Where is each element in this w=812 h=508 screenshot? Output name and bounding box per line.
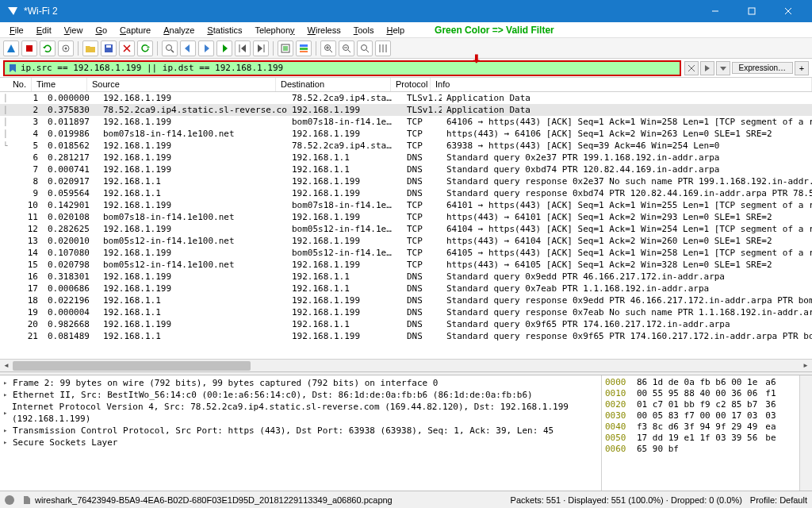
toolbar-close-file[interactable] — [119, 40, 135, 56]
toolbar-last[interactable] — [253, 40, 269, 56]
maximize-button[interactable] — [734, 0, 769, 22]
hex-row[interactable]: 005017 dd 19 e1 1f 03 39 56be — [605, 433, 796, 444]
app-icon — [6, 5, 19, 17]
expression-button[interactable]: Expression… — [732, 62, 793, 74]
packet-row[interactable]: │10.000000192.168.1.19978.52.2ca9.ip4.st… — [0, 92, 812, 104]
header-no[interactable]: No. — [0, 78, 32, 91]
toolbar-resize-columns[interactable] — [375, 40, 391, 56]
detail-row[interactable]: ▸Frame 2: 99 bytes on wire (792 bits), 9… — [3, 377, 598, 389]
svg-rect-8 — [300, 48, 308, 50]
packet-list-hscroll[interactable]: ◄► — [0, 359, 812, 371]
status-profile[interactable]: Profile: Default — [750, 495, 807, 505]
menu-analyze[interactable]: Analyze — [157, 24, 201, 37]
hex-row[interactable]: 002001 c7 01 bb f9 c2 85 b736 — [605, 399, 796, 410]
minimize-button[interactable] — [698, 0, 733, 22]
hex-row[interactable]: 001000 55 95 88 40 00 36 06f1 — [605, 388, 796, 399]
menu-statistics[interactable]: Statistics — [201, 24, 248, 37]
annotation-valid-filter: Green Color => Valid Filter — [435, 25, 554, 36]
header-source[interactable]: Source — [87, 78, 276, 91]
packet-row[interactable]: 70.000741192.168.1.199192.168.1.1DNSStan… — [0, 164, 812, 175]
header-protocol[interactable]: Protocol — [391, 78, 431, 91]
packet-row[interactable]: 160.318301192.168.1.199192.168.1.1DNSSta… — [0, 271, 812, 283]
toolbar-autoscroll[interactable] — [278, 40, 293, 56]
annotation-arrow: ⬇ — [472, 52, 481, 65]
toolbar-restart-capture[interactable] — [40, 40, 56, 56]
toolbar-zoom-out[interactable] — [339, 40, 354, 56]
svg-point-3 — [65, 47, 67, 49]
toolbar-find[interactable] — [162, 40, 178, 56]
menu-help[interactable]: Help — [380, 24, 411, 37]
packet-row[interactable]: 120.282625192.168.1.199bom05s12-in-f14.1… — [0, 223, 812, 235]
detail-row[interactable]: ▸Transmission Control Protocol, Src Port… — [3, 425, 598, 437]
expert-info-icon[interactable] — [5, 495, 14, 505]
display-filter-input[interactable] — [21, 63, 676, 73]
menu-capture[interactable]: Capture — [113, 24, 157, 37]
packet-list[interactable]: │10.000000192.168.1.19978.52.2ca9.ip4.st… — [0, 92, 812, 359]
menu-file[interactable]: File — [3, 24, 30, 37]
menu-go[interactable]: Go — [89, 24, 113, 37]
filter-dropdown-button[interactable] — [716, 61, 730, 75]
filter-add-button[interactable]: + — [795, 61, 809, 75]
filter-apply-button[interactable] — [700, 61, 714, 75]
toolbar-next[interactable] — [198, 40, 214, 56]
detail-row[interactable]: ▸Secure Sockets Layer — [3, 437, 598, 448]
toolbar-start-capture[interactable] — [3, 40, 19, 56]
detail-row[interactable]: ▸Internet Protocol Version 4, Src: 78.52… — [3, 401, 598, 425]
packet-row[interactable]: 90.059564192.168.1.1192.168.1.199DNSStan… — [0, 187, 812, 199]
packet-row[interactable]: 140.107080192.168.1.199bom05s12-in-f14.1… — [0, 247, 812, 259]
toolbar-save[interactable] — [101, 40, 117, 56]
menu-telephony[interactable]: Telephony — [248, 24, 301, 37]
menu-view[interactable]: View — [58, 24, 90, 37]
toolbar-zoom-reset[interactable] — [357, 40, 373, 56]
packet-row[interactable]: 150.020798bom05s12-in-f14.1e100.net192.1… — [0, 259, 812, 271]
hex-row[interactable]: 003000 05 83 f7 00 00 17 0303 — [605, 410, 796, 421]
packet-row[interactable]: 200.982668192.168.1.199192.168.1.1DNSSta… — [0, 318, 812, 330]
packet-row[interactable]: 130.020010bom05s12-in-f14.1e100.net192.1… — [0, 235, 812, 247]
svg-rect-7 — [300, 44, 308, 47]
toolbar-zoom-in[interactable] — [320, 40, 336, 56]
toolbar-prev[interactable] — [180, 40, 196, 56]
svg-rect-4 — [106, 45, 111, 48]
packet-row[interactable]: 180.022196192.168.1.1192.168.1.199DNSSta… — [0, 294, 812, 306]
packet-row[interactable]: 190.000004192.168.1.1192.168.1.199DNSSta… — [0, 306, 812, 318]
file-icon — [22, 495, 32, 505]
bookmark-icon[interactable] — [8, 64, 17, 73]
toolbar-options[interactable] — [58, 40, 74, 56]
packet-row[interactable]: 80.020917192.168.1.1192.168.1.199DNSStan… — [0, 175, 812, 187]
menu-edit[interactable]: Edit — [30, 24, 58, 37]
detail-row[interactable]: ▸Ethernet II, Src: BestItWo_56:14:c0 (00… — [3, 389, 598, 401]
packet-row[interactable]: 170.000686192.168.1.199192.168.1.1DNSSta… — [0, 283, 812, 294]
packet-row[interactable]: │40.019986bom07s18-in-f14.1e100.net192.1… — [0, 128, 812, 140]
menu-tools[interactable]: Tools — [347, 24, 381, 37]
packet-bytes-vscroll[interactable] — [799, 375, 812, 491]
close-button[interactable] — [771, 0, 806, 22]
window-title: *Wi-Fi 2 — [24, 6, 698, 17]
packet-row[interactable]: 110.020108bom07s18-in-f14.1e100.net192.1… — [0, 211, 812, 223]
toolbar-stop-capture[interactable] — [21, 40, 37, 56]
toolbar-open[interactable] — [82, 40, 98, 56]
packet-row[interactable]: │20.37583078.52.2ca9.ip4.static.sl-rever… — [0, 104, 812, 116]
titlebar: *Wi-Fi 2 — [0, 0, 812, 22]
toolbar-goto[interactable] — [216, 40, 232, 56]
toolbar-colorize[interactable] — [296, 40, 312, 56]
packet-details[interactable]: ▸Frame 2: 99 bytes on wire (792 bits), 9… — [0, 375, 601, 491]
packet-row[interactable]: │30.011897192.168.1.199bom07s18-in-f14.1… — [0, 116, 812, 128]
header-info[interactable]: Info — [431, 78, 812, 91]
packet-row[interactable]: └50.018562192.168.1.19978.52.2ca9.ip4.st… — [0, 140, 812, 152]
filter-clear-button[interactable] — [684, 61, 699, 75]
header-time[interactable]: Time — [32, 78, 87, 91]
packet-row[interactable]: 210.081489192.168.1.1192.168.1.199DNSSta… — [0, 330, 812, 342]
hex-row[interactable]: 0040f3 8c d6 3f 94 9f 29 49ea — [605, 421, 796, 433]
hex-row[interactable]: 000086 1d de 0a fb b6 00 1ea6 — [605, 377, 796, 388]
packet-bytes[interactable]: 000086 1d de 0a fb b6 00 1ea6001000 55 9… — [601, 375, 799, 491]
toolbar-first[interactable] — [235, 40, 251, 56]
packet-row[interactable]: 60.281217192.168.1.199192.168.1.1DNSStan… — [0, 152, 812, 164]
menu-wireless[interactable]: Wireless — [301, 24, 347, 37]
svg-point-5 — [167, 44, 172, 50]
packet-list-headers: No. Time Source Destination Protocol Inf… — [0, 78, 812, 92]
status-bar: wireshark_76423949-B5A9-4EA6-B02D-680F03… — [0, 491, 812, 508]
hex-row[interactable]: 006065 90 bf — [605, 444, 796, 455]
header-destination[interactable]: Destination — [276, 78, 391, 91]
toolbar-reload[interactable] — [137, 40, 153, 56]
packet-row[interactable]: 100.142901192.168.1.199bom07s18-in-f14.1… — [0, 199, 812, 211]
